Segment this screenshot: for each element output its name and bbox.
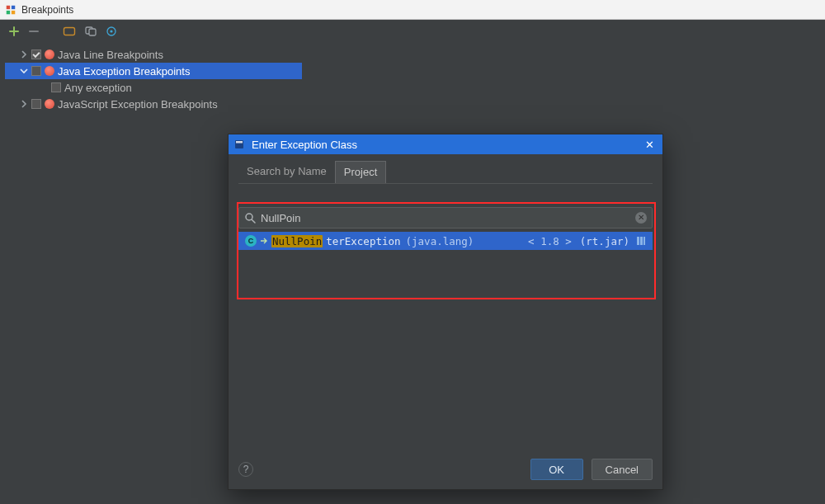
svg-rect-10 — [236, 141, 243, 144]
checkbox[interactable] — [31, 49, 41, 59]
result-jar: (rt.jar) — [580, 235, 629, 247]
close-icon[interactable]: ✕ — [641, 139, 658, 151]
checkbox[interactable] — [31, 66, 41, 76]
svg-rect-0 — [7, 5, 10, 8]
tab-project[interactable]: Project — [335, 161, 386, 183]
svg-rect-1 — [12, 5, 15, 8]
cancel-button[interactable]: Cancel — [592, 459, 653, 480]
clear-icon[interactable]: ✕ — [635, 212, 647, 224]
result-row[interactable]: C NullPointerException (java.lang) < 1.8… — [238, 232, 653, 250]
app-icon — [5, 4, 16, 16]
workarea: Java Line Breakpoints Java Exception Bre… — [0, 20, 825, 504]
breakpoints-tree[interactable]: Java Line Breakpoints Java Exception Bre… — [0, 43, 297, 112]
result-rest: terException — [326, 235, 400, 247]
chevron-down-icon — [20, 67, 28, 75]
chevron-right-icon — [20, 50, 28, 59]
add-icon[interactable] — [8, 26, 20, 37]
checkbox[interactable] — [51, 82, 61, 92]
dialog-icon — [233, 139, 245, 150]
checkbox[interactable] — [31, 99, 41, 109]
tree-label: JavaScript Exception Breakpoints — [58, 98, 218, 111]
breakpoint-circle-icon — [45, 66, 54, 76]
svg-rect-13 — [640, 237, 643, 245]
class-icon: C — [245, 235, 257, 247]
dialog-title: Enter Exception Class — [252, 139, 357, 151]
svg-point-8 — [110, 30, 112, 32]
remove-icon[interactable] — [28, 26, 40, 37]
breakpoint-circle-icon — [45, 99, 54, 109]
search-field[interactable]: ✕ — [238, 207, 653, 228]
tree-row-js-exception[interactable]: JavaScript Exception Breakpoints — [5, 96, 297, 112]
arrow-icon — [260, 237, 268, 245]
search-icon — [244, 212, 256, 224]
ok-button[interactable]: OK — [530, 459, 583, 480]
dialog-titlebar[interactable]: Enter Exception Class ✕ — [229, 134, 662, 154]
result-match: NullPoin — [271, 235, 323, 247]
search-input[interactable] — [261, 212, 630, 224]
tabs: Search by Name Project — [238, 161, 653, 184]
library-icon — [636, 236, 646, 246]
svg-rect-4 — [64, 28, 75, 35]
tree-label: Any exception — [64, 82, 132, 94]
toolbar — [0, 20, 825, 43]
breakpoints-window: Breakpoints Java Line Breakpoints — [0, 0, 825, 504]
result-package: (java.lang) — [406, 235, 474, 247]
chevron-right-icon — [20, 100, 28, 108]
svg-rect-3 — [12, 10, 15, 13]
svg-rect-2 — [7, 10, 10, 13]
svg-rect-6 — [89, 29, 96, 35]
titlebar[interactable]: Breakpoints — [0, 0, 825, 20]
help-icon[interactable]: ? — [238, 462, 253, 477]
result-version: < 1.8 > — [528, 235, 572, 247]
dialog-footer: ? OK Cancel — [229, 450, 662, 489]
svg-rect-12 — [637, 237, 639, 245]
tree-label: Java Line Breakpoints — [58, 49, 163, 61]
results: C NullPointerException (java.lang) < 1.8… — [238, 232, 653, 250]
target-icon[interactable] — [106, 26, 117, 37]
svg-rect-14 — [644, 237, 645, 245]
tree-label: Java Exception Breakpoints — [58, 65, 190, 78]
breakpoint-circle-icon — [45, 49, 54, 59]
tab-search-by-name[interactable]: Search by Name — [238, 161, 335, 183]
copy-icon[interactable] — [84, 26, 97, 37]
enter-exception-dialog: Enter Exception Class ✕ Search by Name P… — [228, 134, 663, 490]
dialog-body: Search by Name Project ✕ C NullPointerEx… — [229, 154, 662, 450]
tree-row-java-line[interactable]: Java Line Breakpoints — [5, 46, 297, 63]
tree-row-java-exception[interactable]: Java Exception Breakpoints — [5, 63, 302, 79]
view-breakpoint-icon[interactable] — [63, 26, 76, 37]
tree-row-any-exception[interactable]: Any exception — [5, 79, 297, 96]
window-title: Breakpoints — [21, 4, 73, 16]
